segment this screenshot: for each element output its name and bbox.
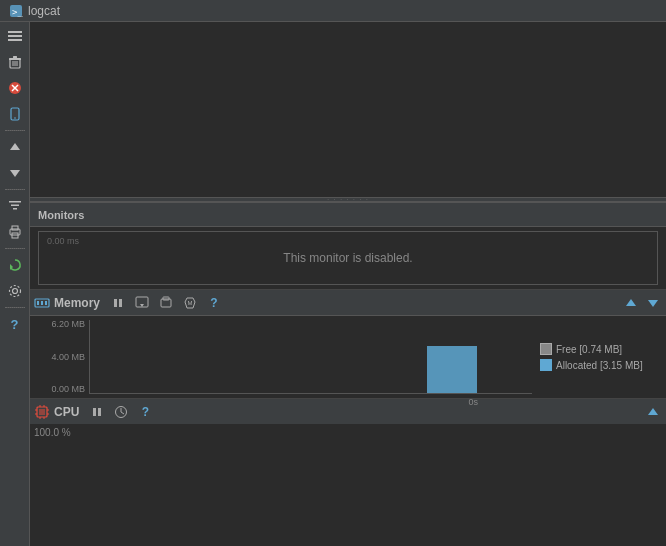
memory-y-axis: 6.20 MB 4.00 MB 0.00 MB xyxy=(34,320,89,394)
cpu-help-button[interactable]: ? xyxy=(135,402,155,422)
svg-marker-56 xyxy=(648,408,658,415)
cpu-monitor-title: CPU xyxy=(54,405,79,419)
cpu-move-up-button[interactable] xyxy=(644,403,662,421)
memory-allocated-bar xyxy=(427,346,477,393)
logcat-tab-label: logcat xyxy=(28,4,60,18)
svg-rect-52 xyxy=(98,408,101,416)
settings-button[interactable] xyxy=(3,279,27,303)
svg-marker-40 xyxy=(648,300,658,307)
memory-monitor-title: Memory xyxy=(54,296,100,310)
svg-point-25 xyxy=(12,289,17,294)
monitors-section: Monitors 0.00 ms This monitor is disable… xyxy=(30,202,666,440)
cpu-icon xyxy=(34,404,50,420)
refresh-button[interactable] xyxy=(3,253,27,277)
memory-x-label: 0s xyxy=(468,397,478,407)
svg-point-26 xyxy=(9,286,20,297)
memory-gc-button[interactable] xyxy=(156,293,176,313)
svg-rect-7 xyxy=(13,56,17,58)
svg-line-55 xyxy=(121,412,124,414)
memory-y-label-min: 0.00 MB xyxy=(34,385,85,394)
memory-y-label-mid: 4.00 MB xyxy=(34,353,85,362)
svg-rect-32 xyxy=(119,299,122,307)
svg-marker-17 xyxy=(10,170,20,177)
print-button[interactable] xyxy=(3,220,27,244)
svg-marker-16 xyxy=(10,143,20,150)
svg-rect-51 xyxy=(93,408,96,416)
legend-free-label: Free [0.74 MB] xyxy=(556,344,622,355)
svg-rect-4 xyxy=(8,39,22,41)
monitors-title: Monitors xyxy=(38,209,84,221)
memory-snapshot-button[interactable] xyxy=(132,293,152,313)
legend-free-color xyxy=(540,343,552,355)
memory-chart-container: 6.20 MB 4.00 MB 0.00 MB 0s Free [0.74 M xyxy=(30,316,666,396)
cpu-pause-button[interactable] xyxy=(87,402,107,422)
main-layout: ? · · · · · · · Monitors 0.00 ms This mo… xyxy=(0,22,666,546)
divider4 xyxy=(5,307,25,308)
cpu-clock-button[interactable] xyxy=(111,402,131,422)
svg-text:M: M xyxy=(188,300,193,306)
memory-pause-button[interactable] xyxy=(108,293,128,313)
memory-chart-area: 0s xyxy=(89,320,532,394)
monitors-header: Monitors xyxy=(30,203,666,227)
svg-text:>_: >_ xyxy=(12,7,23,17)
svg-rect-42 xyxy=(39,409,45,415)
legend-allocated: Allocated [3.15 MB] xyxy=(540,359,662,371)
svg-rect-19 xyxy=(11,205,19,207)
legend-free: Free [0.74 MB] xyxy=(540,343,662,355)
trash-button[interactable] xyxy=(3,50,27,74)
svg-point-15 xyxy=(14,117,16,119)
memory-help-button[interactable]: ? xyxy=(204,293,224,313)
divider2 xyxy=(5,189,25,190)
legend-allocated-label: Allocated [3.15 MB] xyxy=(556,360,643,371)
memory-legend: Free [0.74 MB] Allocated [3.15 MB] xyxy=(532,320,662,394)
scroll-down-button[interactable] xyxy=(3,161,27,185)
svg-marker-39 xyxy=(626,299,636,306)
scroll-up-button[interactable] xyxy=(3,135,27,159)
svg-rect-2 xyxy=(8,31,22,33)
divider3 xyxy=(5,248,25,249)
cpu-percentage-label: 100.0 % xyxy=(34,427,71,438)
memory-move-up-button[interactable] xyxy=(622,294,640,312)
device-button[interactable] xyxy=(3,102,27,126)
svg-rect-28 xyxy=(37,301,39,305)
disabled-monitor-text: This monitor is disabled. xyxy=(283,251,412,265)
tab-bar: >_ logcat xyxy=(0,0,666,22)
memory-monitor-toolbar: Memory xyxy=(30,290,666,316)
cpu-monitor-toolbar: CPU ? xyxy=(30,398,666,424)
memory-icon xyxy=(34,295,50,311)
disabled-y-label: 0.00 ms xyxy=(47,236,79,246)
memory-move-down-button[interactable] xyxy=(644,294,662,312)
disabled-monitor: 0.00 ms This monitor is disabled. xyxy=(38,231,658,285)
memory-monitor-panel: Memory xyxy=(30,289,666,398)
menu-button[interactable] xyxy=(3,24,27,48)
svg-rect-31 xyxy=(114,299,117,307)
help-button[interactable]: ? xyxy=(3,312,27,336)
svg-rect-30 xyxy=(45,301,47,305)
svg-rect-20 xyxy=(13,208,17,210)
cpu-percentage-area: 100.0 % xyxy=(30,424,666,440)
logcat-tab-icon: >_ xyxy=(8,3,24,19)
svg-rect-29 xyxy=(41,301,43,305)
svg-rect-3 xyxy=(8,35,22,37)
content-area: · · · · · · · Monitors 0.00 ms This moni… xyxy=(30,22,666,546)
filter-button[interactable] xyxy=(3,194,27,218)
stop-button[interactable] xyxy=(3,76,27,100)
legend-allocated-color xyxy=(540,359,552,371)
svg-rect-6 xyxy=(9,58,21,60)
memory-y-label-max: 6.20 MB xyxy=(34,320,85,329)
divider1 xyxy=(5,130,25,131)
left-toolbar: ? xyxy=(0,22,30,546)
svg-rect-18 xyxy=(9,201,21,203)
memory-dump-button[interactable]: M xyxy=(180,293,200,313)
log-area xyxy=(30,22,666,197)
